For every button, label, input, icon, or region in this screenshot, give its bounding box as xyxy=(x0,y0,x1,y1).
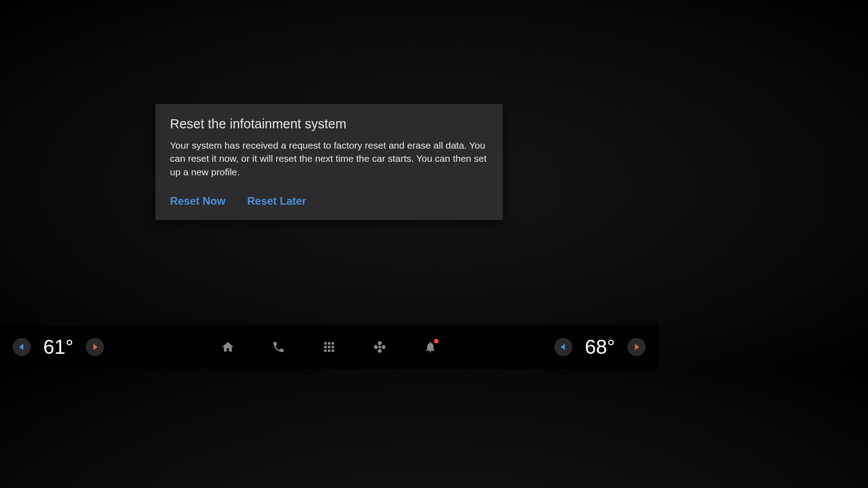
phone-icon xyxy=(272,340,285,354)
phone-button[interactable] xyxy=(271,340,286,354)
fan-icon xyxy=(373,340,387,354)
apps-grid-icon xyxy=(323,341,335,353)
svg-marker-0 xyxy=(19,344,23,350)
home-button[interactable] xyxy=(221,340,235,354)
svg-marker-13 xyxy=(635,344,639,350)
svg-rect-7 xyxy=(331,346,334,348)
home-icon xyxy=(221,340,235,354)
svg-rect-3 xyxy=(328,342,330,344)
svg-rect-8 xyxy=(324,349,326,352)
left-temp-increase-button[interactable] xyxy=(86,338,104,356)
triangle-left-icon xyxy=(19,344,24,350)
svg-marker-1 xyxy=(94,344,98,350)
svg-rect-5 xyxy=(324,346,326,348)
right-temp-control: 68° xyxy=(554,336,646,358)
triangle-left-icon xyxy=(561,344,566,350)
left-temp-value: 61° xyxy=(38,336,79,358)
svg-rect-9 xyxy=(328,349,330,352)
dialog-body: Your system has received a request to fa… xyxy=(170,139,488,178)
dialog-title: Reset the infotainment system xyxy=(170,117,488,131)
right-temp-decrease-button[interactable] xyxy=(554,338,572,356)
left-temp-decrease-button[interactable] xyxy=(13,338,31,356)
apps-button[interactable] xyxy=(322,340,336,354)
dialog-actions: Reset Now Reset Later xyxy=(170,195,488,207)
notification-dot-icon xyxy=(434,339,439,343)
reset-dialog: Reset the infotainment system Your syste… xyxy=(156,104,503,220)
right-temp-value: 68° xyxy=(580,336,620,358)
svg-rect-2 xyxy=(324,342,326,344)
triangle-right-icon xyxy=(634,344,639,350)
reset-later-button[interactable]: Reset Later xyxy=(247,195,307,207)
svg-marker-12 xyxy=(561,344,565,350)
svg-rect-10 xyxy=(331,349,334,352)
svg-point-11 xyxy=(378,346,381,348)
svg-rect-6 xyxy=(328,346,330,348)
right-temp-increase-button[interactable] xyxy=(627,338,646,356)
climate-button[interactable] xyxy=(373,340,387,354)
svg-rect-4 xyxy=(331,342,334,344)
bottom-bar: 61° xyxy=(0,325,658,369)
triangle-right-icon xyxy=(92,344,98,350)
nav-icons xyxy=(221,340,438,354)
reset-now-button[interactable]: Reset Now xyxy=(170,195,226,207)
notifications-button[interactable] xyxy=(423,340,438,354)
left-temp-control: 61° xyxy=(13,336,104,358)
